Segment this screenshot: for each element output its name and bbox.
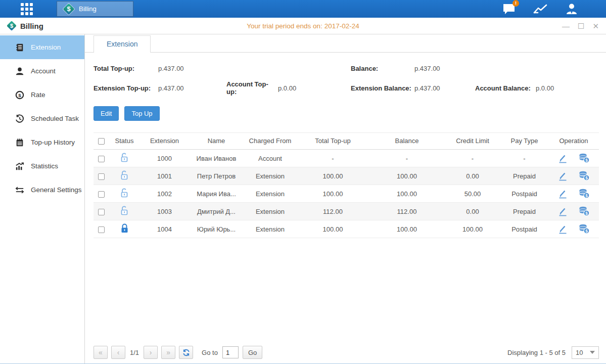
credit-limit-cell: 0.00 — [445, 203, 500, 220]
column-header-operation: Operation — [548, 133, 599, 150]
messages-icon[interactable]: ! — [501, 3, 517, 16]
billing-title-icon: $ — [7, 21, 16, 30]
column-header-extension: Extension — [140, 133, 189, 150]
sidebar-item-extension[interactable]: Extension — [0, 35, 84, 59]
sidebar-item-label: Scheduled Task — [31, 115, 79, 122]
svg-text:$: $ — [585, 193, 588, 198]
user-account-icon[interactable] — [564, 3, 580, 16]
credit-limit-cell: - — [445, 150, 500, 167]
name-cell: Юрий Юрь... — [189, 220, 244, 238]
row-checkbox[interactable] — [98, 226, 105, 233]
locked-icon — [120, 223, 129, 234]
unlocked-icon — [120, 188, 129, 198]
sidebar-item-label: Rate — [31, 91, 45, 99]
account-balance-label: Account Balance: — [475, 84, 536, 92]
sidebar-item-label: Statistics — [31, 162, 58, 170]
last-page-button[interactable]: » — [161, 346, 175, 359]
maximize-button[interactable]: ☐ — [578, 22, 584, 30]
sidebar-item-scheduled-task[interactable]: Scheduled Task — [0, 107, 84, 130]
row-checkbox[interactable] — [98, 209, 105, 215]
table-row: 1001Петр ПетровExtension100.00100.000.00… — [94, 167, 599, 185]
page-size-value: 10 — [576, 349, 583, 356]
edit-pencil-icon[interactable] — [558, 207, 568, 216]
minimize-button[interactable]: — — [562, 22, 570, 30]
total-topup-cell: 100.00 — [297, 167, 369, 185]
topup-coins-icon[interactable]: $ — [579, 189, 590, 199]
balance-summary: Total Top-up: p.437.00 Balance: p.437.00… — [94, 65, 597, 96]
extension-table: StatusExtensionNameCharged FromTotal Top… — [94, 132, 597, 238]
billing-dollar-icon: $ — [63, 4, 74, 15]
goto-page-input[interactable] — [222, 346, 239, 358]
table-header-row: StatusExtensionNameCharged FromTotal Top… — [94, 133, 599, 150]
topbar-tab-label: Billing — [79, 5, 97, 13]
sidebar-item-rate[interactable]: $Rate — [0, 83, 84, 107]
billing-app-window: $ Billing ! — [0, 0, 606, 364]
notebook-icon — [15, 138, 24, 147]
balance-cell: 100.00 — [369, 167, 445, 185]
charged-from-cell: Extension — [244, 185, 297, 203]
apps-grid-icon[interactable] — [18, 0, 35, 18]
edit-pencil-icon[interactable] — [558, 189, 568, 199]
pay-type-cell: Postpaid — [500, 220, 548, 238]
edit-pencil-icon[interactable] — [558, 224, 568, 234]
sidebar-item-top-up-history[interactable]: Top-up History — [0, 130, 84, 154]
close-button[interactable]: ✕ — [592, 22, 599, 30]
tab-extension[interactable]: Extension — [94, 35, 151, 53]
topup-coins-icon[interactable]: $ — [579, 171, 590, 181]
sidebar-item-general-settings[interactable]: General Settings — [0, 178, 84, 202]
credit-limit-cell: 0.00 — [445, 167, 500, 185]
charged-from-cell: Extension — [244, 220, 297, 238]
edit-pencil-icon[interactable] — [558, 154, 568, 163]
svg-text:$: $ — [585, 229, 588, 234]
extension-cell: 1003 — [140, 203, 189, 220]
svg-text:$: $ — [585, 211, 588, 216]
topup-coins-icon[interactable]: $ — [579, 224, 590, 234]
page-size-select[interactable]: 10 — [572, 346, 599, 359]
extension-cell: 1001 — [140, 167, 189, 185]
name-cell: Иван Иванов — [189, 150, 244, 167]
row-checkbox[interactable] — [98, 156, 105, 162]
topbar-tab-billing[interactable]: $ Billing — [57, 1, 133, 17]
column-header-balance: Balance — [369, 133, 445, 150]
total-topup-cell: 100.00 — [297, 185, 369, 203]
sidebar-item-account[interactable]: Account — [0, 59, 84, 83]
total-topup-label: Total Top-up: — [94, 65, 158, 72]
notification-badge: ! — [512, 0, 519, 7]
topup-coins-icon[interactable]: $ — [579, 153, 590, 163]
balance-cell: 100.00 — [369, 220, 445, 238]
pay-type-cell: - — [500, 150, 548, 167]
topup-coins-icon[interactable]: $ — [579, 206, 590, 216]
sidebar-item-label: Account — [31, 67, 56, 75]
column-header-credit-limit: Credit Limit — [445, 133, 500, 150]
prev-page-button[interactable]: ‹ — [111, 346, 125, 359]
select-all-checkbox[interactable] — [98, 138, 105, 145]
edit-button[interactable]: Edit — [94, 106, 119, 121]
name-cell: Петр Петров — [189, 167, 244, 185]
rate-icon: $ — [15, 90, 24, 100]
user-icon — [15, 67, 24, 76]
total-topup-value: p.437.00 — [158, 65, 226, 72]
column-header-pay-type: Pay Type — [500, 133, 548, 150]
sidebar-item-label: Top-up History — [31, 139, 75, 146]
balance-cell: - — [369, 150, 445, 167]
row-checkbox[interactable] — [98, 173, 105, 180]
charged-from-cell: Account — [244, 150, 297, 167]
main-content: Extension Total Top-up: p.437.00 Balance… — [85, 34, 606, 363]
statistics-icon — [15, 162, 24, 171]
first-page-button[interactable]: « — [94, 346, 108, 359]
sliders-icon — [15, 186, 24, 195]
go-button[interactable]: Go — [243, 346, 262, 359]
name-cell: Дмитрий Д... — [189, 203, 244, 220]
next-page-button[interactable]: › — [144, 346, 158, 359]
refresh-button[interactable] — [179, 346, 193, 359]
statistics-chart-icon[interactable] — [532, 3, 548, 16]
edit-pencil-icon[interactable] — [558, 171, 568, 181]
extension-topup-value: p.437.00 — [158, 84, 226, 92]
balance-cell: 100.00 — [369, 185, 445, 203]
sidebar-item-label: General Settings — [31, 186, 82, 194]
sidebar-item-statistics[interactable]: Statistics — [0, 154, 84, 178]
top-up-button[interactable]: Top Up — [124, 106, 159, 121]
total-topup-cell: 100.00 — [297, 220, 369, 238]
row-checkbox[interactable] — [98, 191, 105, 198]
account-balance-value: p.0.00 — [536, 84, 597, 92]
